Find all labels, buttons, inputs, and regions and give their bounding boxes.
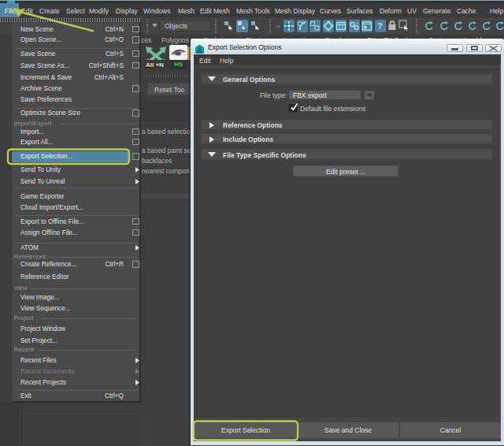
svg-text:?: ?: [377, 21, 383, 31]
